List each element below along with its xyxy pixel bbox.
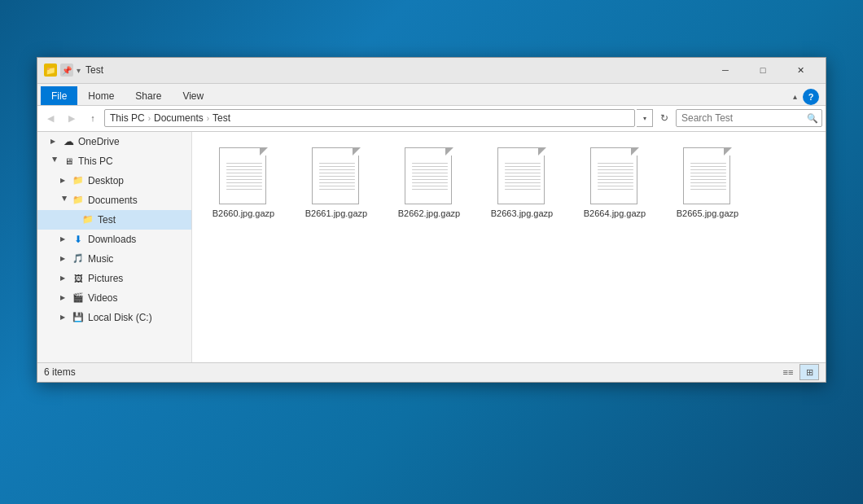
tiles-view-button[interactable]: ⊞ — [799, 364, 819, 380]
file-line — [412, 173, 448, 174]
title-bar: 📁 📌 ▾ Test ─ □ ✕ — [37, 58, 826, 84]
pictures-expand-arrow: ▶ — [60, 274, 68, 282]
file-item[interactable]: B2663.jpg.gazp — [477, 138, 567, 228]
title-folder-icon: 📁 — [44, 64, 57, 77]
file-item[interactable]: B2662.jpg.gazp — [384, 138, 474, 228]
search-input[interactable] — [681, 112, 804, 124]
forward-button[interactable]: ▶ — [62, 108, 81, 128]
path-sep-1: › — [148, 114, 151, 123]
file-name: B2660.jpg.gazp — [212, 208, 274, 219]
tab-view[interactable]: View — [172, 86, 214, 105]
ribbon-expand-area: ▴ ? — [786, 89, 822, 105]
tab-home[interactable]: Home — [77, 86, 125, 105]
sidebar-item-videos[interactable]: ▶ 🎬 Videos — [37, 288, 191, 308]
file-item[interactable]: B2665.jpg.gazp — [663, 138, 752, 228]
sidebar-item-onedrive[interactable]: ▶ ☁ OneDrive — [37, 132, 191, 151]
sidebar-item-test[interactable]: ▶ 📁 Test — [37, 210, 191, 230]
file-item[interactable]: B2661.jpg.gazp — [291, 138, 381, 228]
path-test[interactable]: Test — [212, 112, 230, 124]
file-line — [412, 189, 448, 191]
file-line — [690, 169, 726, 171]
downloads-label: Downloads — [88, 234, 136, 245]
file-icon-lines — [505, 163, 541, 191]
file-line — [598, 189, 633, 191]
title-bar-dropdown[interactable]: ▾ — [77, 66, 81, 75]
file-line — [505, 163, 541, 164]
this-pc-expand-arrow: ▶ — [51, 157, 59, 165]
search-box[interactable]: 🔍 — [676, 109, 822, 127]
sidebar-item-local-disk[interactable]: ▶ 💾 Local Disk (C:) — [37, 308, 191, 327]
file-line — [598, 166, 633, 168]
help-button[interactable]: ? — [803, 89, 819, 105]
sidebar-item-documents[interactable]: ▶ 📁 Documents — [37, 191, 191, 210]
local-disk-label: Local Disk (C:) — [88, 312, 152, 323]
file-icon-corner — [538, 147, 546, 156]
file-name: B2665.jpg.gazp — [677, 208, 738, 219]
ribbon-collapse-button[interactable]: ▴ — [786, 89, 803, 105]
file-item[interactable]: B2664.jpg.gazp — [570, 138, 659, 228]
up-button[interactable]: ↑ — [83, 108, 103, 128]
file-line — [226, 163, 262, 164]
file-line — [412, 169, 448, 171]
file-explorer-window: 📁 📌 ▾ Test ─ □ ✕ File Home Share View ▴ … — [37, 57, 826, 383]
videos-label: Videos — [88, 292, 117, 304]
file-line — [412, 182, 448, 184]
sidebar-item-desktop[interactable]: ▶ 📁 Desktop — [37, 171, 191, 191]
search-icon[interactable]: 🔍 — [807, 113, 818, 124]
window-title: Test — [85, 64, 702, 76]
file-line — [598, 163, 633, 164]
path-this-pc[interactable]: This PC — [110, 112, 145, 124]
tab-share[interactable]: Share — [125, 86, 172, 105]
file-line — [226, 182, 262, 184]
back-button[interactable]: ◀ — [41, 108, 60, 128]
test-icon: 📁 — [81, 213, 94, 226]
documents-expand-arrow: ▶ — [61, 196, 68, 204]
path-documents[interactable]: Documents — [154, 112, 204, 124]
close-button[interactable]: ✕ — [782, 57, 819, 83]
file-icon — [496, 146, 548, 204]
file-icon-body — [312, 147, 359, 204]
music-expand-arrow: ▶ — [60, 255, 68, 262]
file-line — [226, 166, 262, 168]
minimize-button[interactable]: ─ — [707, 57, 744, 83]
file-icon-body — [683, 147, 730, 204]
file-icon-corner — [724, 147, 732, 156]
file-icon-lines — [226, 163, 262, 191]
file-line — [319, 173, 355, 174]
sidebar-item-pictures[interactable]: ▶ 🖼 Pictures — [37, 269, 191, 288]
sidebar: ▶ ☁ OneDrive ▶ 🖥 This PC ▶ 📁 Desktop ▶ 📁… — [37, 132, 192, 362]
file-line — [319, 179, 355, 181]
sidebar-item-this-pc[interactable]: ▶ 🖥 This PC — [37, 151, 191, 171]
ribbon: File Home Share View ▴ ? — [37, 84, 826, 106]
file-line — [598, 182, 633, 184]
file-line — [319, 163, 355, 164]
file-line — [505, 182, 541, 184]
details-view-button[interactable]: ≡≡ — [778, 364, 798, 380]
file-line — [505, 189, 541, 191]
title-pin-icon: 📌 — [60, 64, 73, 77]
status-item-count: 6 items — [44, 366, 778, 378]
address-dropdown-button[interactable]: ▾ — [637, 109, 653, 127]
title-bar-icons: 📁 📌 ▾ — [44, 64, 81, 77]
file-line — [690, 173, 726, 174]
file-line — [319, 182, 355, 184]
file-line — [598, 179, 633, 181]
file-item[interactable]: B2660.jpg.gazp — [199, 138, 288, 228]
view-buttons: ≡≡ ⊞ — [778, 364, 819, 380]
file-name: B2661.jpg.gazp — [305, 208, 367, 219]
file-icon-corner — [445, 147, 453, 156]
file-icon-lines — [412, 163, 448, 191]
maximize-button[interactable]: □ — [744, 57, 782, 83]
pictures-label: Pictures — [88, 273, 123, 284]
file-icon — [217, 146, 269, 204]
file-line — [598, 169, 633, 171]
sidebar-item-music[interactable]: ▶ 🎵 Music — [37, 249, 191, 269]
pictures-icon: 🖼 — [72, 272, 85, 285]
address-path[interactable]: This PC › Documents › Test — [104, 109, 635, 127]
file-line — [412, 186, 448, 187]
sidebar-item-downloads[interactable]: ▶ ⬇ Downloads — [37, 230, 191, 249]
tab-file[interactable]: File — [41, 86, 77, 105]
file-icon — [681, 146, 734, 204]
file-line — [690, 179, 726, 181]
refresh-button[interactable]: ↻ — [655, 108, 674, 128]
